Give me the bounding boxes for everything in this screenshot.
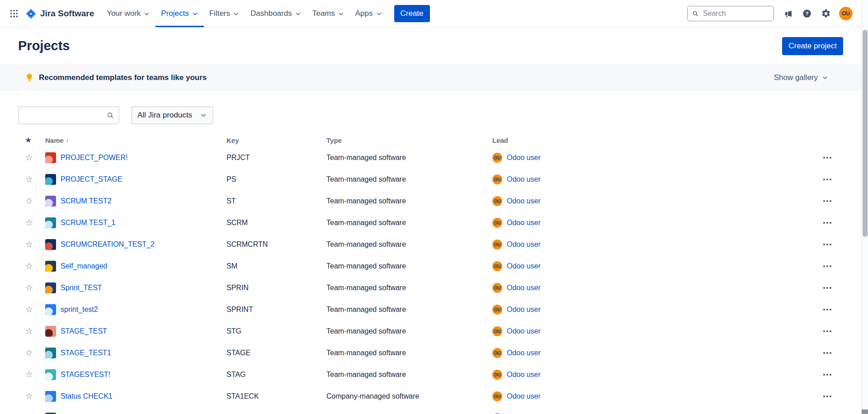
project-name-link[interactable]: STAGE_TEST1 <box>61 349 111 357</box>
search-input[interactable] <box>702 9 769 18</box>
nav-item-label: Teams <box>312 9 335 18</box>
star-icon[interactable]: ☆ <box>25 391 33 401</box>
nav-item-projects[interactable]: Projects <box>156 0 203 27</box>
row-actions-button[interactable] <box>821 305 834 314</box>
row-actions-button[interactable] <box>821 218 834 227</box>
nav-item-dashboards[interactable]: Dashboards <box>245 0 307 27</box>
lead-avatar: OU <box>492 348 502 358</box>
lead-link[interactable]: Odoo user <box>507 306 541 314</box>
lead-link[interactable]: Odoo user <box>507 327 541 335</box>
row-actions-button[interactable] <box>821 262 834 271</box>
star-icon[interactable]: ☆ <box>25 196 33 206</box>
lead-column-header[interactable]: Lead <box>492 136 811 144</box>
star-icon[interactable]: ☆ <box>25 283 33 292</box>
scrollbar-thumb[interactable] <box>863 30 868 237</box>
projects-filter-input[interactable] <box>24 111 107 120</box>
project-name-link[interactable]: SCRUM TEST_1 <box>61 219 116 227</box>
global-search[interactable] <box>687 6 774 21</box>
lead-avatar: OU <box>492 283 502 293</box>
row-actions-button[interactable] <box>821 392 834 401</box>
show-gallery-button[interactable]: Show gallery <box>774 73 829 82</box>
app-switcher-button[interactable] <box>6 6 22 21</box>
row-actions-button[interactable] <box>821 283 834 292</box>
project-avatar <box>45 304 56 315</box>
table-row: ☆ OU Odoo user <box>18 407 843 414</box>
star-icon[interactable]: ☆ <box>25 174 33 184</box>
star-icon[interactable]: ☆ <box>25 261 33 271</box>
project-avatar <box>45 282 56 293</box>
app-grid-icon <box>9 9 19 19</box>
star-icon[interactable]: ☆ <box>25 240 33 249</box>
star-icon[interactable]: ☆ <box>25 153 33 162</box>
project-key: STA1ECK <box>226 392 326 400</box>
name-column-header[interactable]: Name ↓ <box>45 136 226 144</box>
row-actions-button[interactable] <box>821 348 834 358</box>
chevron-down-icon <box>821 74 829 81</box>
table-header: ★ Name ↓ Key Type Lead <box>18 133 843 147</box>
jira-logo[interactable]: Jira Software <box>25 8 94 19</box>
lead-link[interactable]: Odoo user <box>507 392 541 400</box>
table-row: ☆ SCRUM TEST2 ST Team-managed software O… <box>18 190 843 212</box>
row-actions-button[interactable] <box>821 370 834 379</box>
project-name-link[interactable]: SCRUM TEST2 <box>61 197 112 205</box>
project-type: Team-managed software <box>326 306 492 314</box>
lead-link[interactable]: Odoo user <box>507 284 541 292</box>
project-name-link[interactable]: PROJECT_STAGE <box>61 175 123 183</box>
project-avatar <box>45 391 56 402</box>
help-icon: ? <box>802 9 812 19</box>
nav-item-your-work[interactable]: Your work <box>101 0 156 27</box>
lead-link[interactable]: Odoo user <box>507 240 541 249</box>
lead-link[interactable]: Odoo user <box>507 219 541 227</box>
create-button[interactable]: Create <box>394 5 430 22</box>
chevron-down-icon <box>338 10 344 17</box>
nav-item-apps[interactable]: Apps <box>350 0 388 27</box>
lead-link[interactable]: Odoo user <box>507 197 541 205</box>
row-actions-button[interactable] <box>821 240 834 249</box>
user-avatar[interactable]: OU <box>839 7 853 20</box>
projects-filter-search[interactable] <box>18 106 119 124</box>
project-avatar <box>45 239 56 250</box>
nav-item-label: Dashboards <box>250 9 292 18</box>
page-header: Projects Create project <box>0 28 868 64</box>
lead-link[interactable]: Odoo user <box>507 154 541 162</box>
settings-button[interactable] <box>818 6 834 21</box>
project-name-link[interactable]: Sprint_TEST <box>61 284 102 292</box>
project-name-link[interactable]: STAGE_TEST <box>61 327 107 335</box>
nav-item-teams[interactable]: Teams <box>307 0 350 27</box>
project-key: STAG <box>226 371 326 379</box>
project-name-link[interactable]: PROJECT_POWER! <box>61 154 127 162</box>
nav-item-label: Projects <box>161 9 189 18</box>
help-button[interactable]: ? <box>799 6 815 21</box>
lead-link[interactable]: Odoo user <box>507 175 541 183</box>
nav-item-filters[interactable]: Filters <box>204 0 245 27</box>
type-column-header[interactable]: Type <box>326 136 492 144</box>
project-name-link[interactable]: Self_managed <box>61 262 107 270</box>
row-actions-button[interactable] <box>821 153 834 162</box>
star-icon[interactable]: ☆ <box>25 326 33 336</box>
row-actions-button[interactable] <box>821 197 834 206</box>
project-name-link[interactable]: SCRUMCREATION_TEST_2 <box>61 240 155 249</box>
chevron-down-icon <box>143 10 150 17</box>
table-row: ☆ STAGE_TEST1 STAGE Team-managed softwar… <box>18 342 843 364</box>
lead-link[interactable]: Odoo user <box>507 349 541 357</box>
row-actions-button[interactable] <box>821 327 834 336</box>
project-name-link[interactable]: Status CHECK1 <box>61 392 113 400</box>
project-name-link[interactable]: STAGESYEST! <box>61 371 110 379</box>
product-filter-select[interactable]: All Jira products <box>131 106 213 124</box>
project-name-link[interactable]: sprint_test2 <box>61 306 98 314</box>
project-key: SCRMCRTN <box>226 240 326 249</box>
star-icon[interactable]: ☆ <box>25 370 33 379</box>
filters-row: All Jira products <box>0 106 868 124</box>
star-icon[interactable]: ☆ <box>25 348 33 358</box>
table-row: ☆ PROJECT_STAGE PS Team-managed software… <box>18 169 843 190</box>
create-project-button[interactable]: Create project <box>782 37 843 55</box>
row-actions-button[interactable] <box>821 175 834 184</box>
star-icon[interactable]: ☆ <box>25 218 33 227</box>
star-icon[interactable]: ☆ <box>25 305 33 314</box>
lead-link[interactable]: Odoo user <box>507 371 541 379</box>
lead-link[interactable]: Odoo user <box>507 262 541 270</box>
table-row: ☆ Status CHECK1 STA1ECK Company-managed … <box>18 386 843 407</box>
announcements-button[interactable] <box>780 6 796 21</box>
chevron-down-icon <box>233 10 240 17</box>
key-column-header[interactable]: Key <box>226 136 326 144</box>
